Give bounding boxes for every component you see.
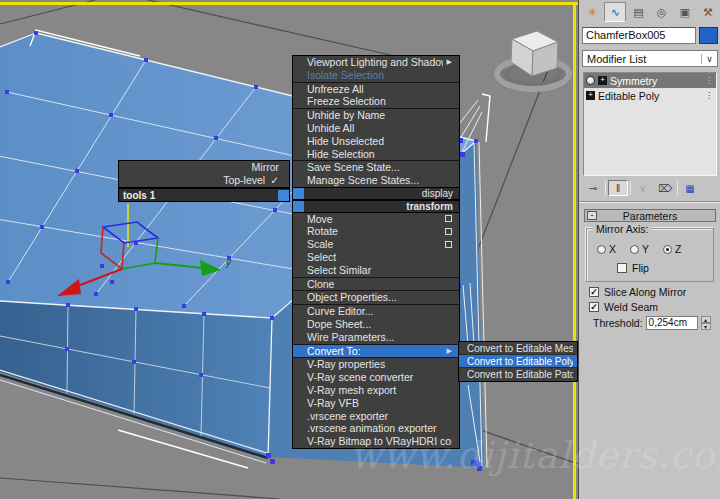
menu-item-curve-editor[interactable]: Curve Editor...	[293, 305, 459, 318]
modifier-list-dropdown[interactable]: Modifier List ∨	[582, 50, 718, 67]
menu-item-manage-scene-states[interactable]: Manage Scene States...	[293, 174, 459, 187]
expand-plus-icon[interactable]: +	[586, 91, 595, 100]
check-icon: ✓	[270, 174, 279, 187]
3dsmax-window: y Mirror Top-level ✓ tools 1	[0, 0, 720, 499]
modifier-onoff-bulb-icon[interactable]	[586, 76, 595, 85]
parameters-rollout-header[interactable]: - Parameters	[584, 209, 716, 222]
remove-modifier-button[interactable]: ⌦	[655, 180, 675, 196]
modifier-stack: + Symmetry ⋮ + Editable Poly ⋮	[583, 72, 717, 176]
configure-modifier-sets-button[interactable]: ▦	[680, 180, 700, 196]
menu-item-unhide-all[interactable]: Unhide All	[293, 122, 459, 135]
menu-item-wire-parameters[interactable]: Wire Parameters...	[293, 331, 459, 344]
hierarchy-tab-icon[interactable]: ▤	[627, 2, 649, 22]
weld-seam-checkbox[interactable]: ✓ Weld Seam	[589, 301, 658, 313]
gizmo-y-label: y	[225, 257, 232, 268]
menu-item-mirror[interactable]: Mirror	[119, 161, 289, 174]
menu-item-dope-sheet[interactable]: Dope Sheet...	[293, 318, 459, 331]
settings-box-icon[interactable]	[445, 228, 452, 235]
quad-corner-marker	[278, 190, 289, 201]
menu-item-vrscene-animation-exporter[interactable]: .vrscene animation exporter	[293, 422, 459, 435]
viewport-scene: y	[0, 0, 578, 499]
spinner-up-icon[interactable]: ▴	[701, 316, 711, 323]
pin-stack-button[interactable]: ⊸	[583, 180, 603, 196]
menu-item-select-similar[interactable]: Select Similar	[293, 264, 459, 277]
quad-corner-marker	[293, 201, 304, 212]
quad-menu-left: Mirror Top-level ✓	[118, 160, 290, 188]
menu-item-top-level[interactable]: Top-level ✓	[119, 174, 289, 187]
threshold-label: Threshold:	[593, 317, 643, 329]
chevron-down-icon: ∨	[701, 54, 717, 64]
axis-z-radio[interactable]: Z	[663, 243, 681, 255]
menu-item-clone[interactable]: Clone	[293, 278, 459, 291]
utilities-tab-icon[interactable]: ⚒	[697, 2, 719, 22]
quad-header-display: display	[293, 187, 459, 200]
menu-item-unhide-by-name[interactable]: Unhide by Name	[293, 109, 459, 122]
expand-plus-icon[interactable]: +	[598, 76, 607, 85]
menu-item-vray-properties[interactable]: V-Ray properties	[293, 358, 459, 371]
drag-dots-icon: ⋮	[705, 76, 714, 85]
active-viewport-border-right	[573, 2, 576, 499]
menu-item-hide-selection[interactable]: Hide Selection	[293, 148, 459, 161]
active-viewport-border-top	[0, 2, 578, 5]
menu-item-vray-vfb[interactable]: V-Ray VFB	[293, 397, 459, 410]
quad-menu-main: Viewport Lighting and Shadows ▶ Isolate …	[292, 55, 460, 449]
settings-box-icon[interactable]	[445, 215, 452, 222]
settings-box-icon[interactable]	[445, 241, 452, 248]
create-tab-icon[interactable]: ✳	[581, 2, 603, 22]
drag-dots-icon: ⋮	[705, 91, 714, 100]
command-panel: ✳ ∿ ▤ ◎ ▣ ⚒ ChamferBox005 Modifier List …	[578, 0, 720, 499]
axis-x-radio[interactable]: X	[597, 243, 616, 255]
menu-item-save-scene-state[interactable]: Save Scene State...	[293, 161, 459, 174]
quad-title-tools1: tools 1	[118, 188, 290, 202]
slice-along-mirror-checkbox[interactable]: ✓ Slice Along Mirror	[589, 286, 686, 298]
menu-item-viewport-lighting[interactable]: Viewport Lighting and Shadows ▶	[293, 56, 459, 69]
spinner-down-icon[interactable]: ▾	[701, 323, 711, 330]
submenu-item-convert-editable-mesh[interactable]: Convert to Editable Mesh	[459, 342, 577, 355]
modify-tab-icon[interactable]: ∿	[604, 2, 626, 22]
collapse-minus-icon[interactable]: -	[587, 211, 597, 220]
menu-item-vray-scene-converter[interactable]: V-Ray scene converter	[293, 371, 459, 384]
submenu-item-convert-editable-patch[interactable]: Convert to Editable Patch	[459, 368, 577, 381]
object-color-swatch[interactable]	[699, 27, 718, 44]
threshold-field[interactable]: 0,254cm	[646, 316, 698, 330]
quad-header-transform: transform	[293, 200, 459, 213]
submenu-item-convert-editable-poly[interactable]: Convert to Editable Poly	[459, 355, 577, 368]
menu-item-rotate[interactable]: Rotate	[293, 225, 459, 238]
view-cube[interactable]	[495, 31, 571, 92]
menu-item-unfreeze-all[interactable]: Unfreeze All	[293, 83, 459, 96]
threshold-spinner[interactable]: ▴ ▾	[701, 316, 711, 330]
menu-item-vray-bitmap-converter[interactable]: V-Ray Bitmap to VRayHDRI converter	[293, 435, 459, 448]
menu-item-isolate-selection[interactable]: Isolate Selection	[293, 69, 459, 82]
perspective-viewport[interactable]: y	[0, 0, 578, 499]
stack-item-editable-poly[interactable]: + Editable Poly ⋮	[584, 88, 716, 103]
submenu-arrow-icon: ▶	[447, 345, 452, 358]
panel-divider	[579, 201, 720, 203]
menu-item-vray-mesh-export[interactable]: V-Ray mesh export	[293, 384, 459, 397]
menu-item-convert-to[interactable]: Convert To: ▶	[293, 345, 459, 358]
object-name-field[interactable]: ChamferBox005	[582, 27, 696, 44]
menu-item-scale[interactable]: Scale	[293, 238, 459, 251]
convert-to-submenu: Convert to Editable Mesh Convert to Edit…	[458, 341, 578, 382]
menu-item-select[interactable]: Select	[293, 251, 459, 264]
menu-item-freeze-selection[interactable]: Freeze Selection	[293, 95, 459, 108]
display-tab-icon[interactable]: ▣	[674, 2, 696, 22]
menu-item-move[interactable]: Move	[293, 213, 459, 226]
submenu-arrow-icon: ▶	[447, 56, 452, 69]
quad-corner-marker	[293, 188, 304, 199]
menu-item-hide-unselected[interactable]: Hide Unselected	[293, 135, 459, 148]
mirror-axis-group: Mirror Axis: X Y Z Flip	[586, 228, 714, 282]
stack-item-symmetry[interactable]: + Symmetry ⋮	[584, 73, 716, 88]
axis-y-radio[interactable]: Y	[630, 243, 649, 255]
motion-tab-icon[interactable]: ◎	[651, 2, 673, 22]
menu-item-vrscene-exporter[interactable]: .vrscene exporter	[293, 410, 459, 423]
stack-toolbar: ⊸ ‖ ⋎ ⌦ ▦	[583, 179, 717, 197]
command-panel-tabs: ✳ ∿ ▤ ◎ ▣ ⚒	[581, 2, 719, 22]
show-end-result-button[interactable]: ‖	[608, 180, 628, 196]
make-unique-button[interactable]: ⋎	[633, 180, 653, 196]
flip-checkbox[interactable]: Flip	[617, 262, 649, 274]
menu-item-object-properties[interactable]: Object Properties...	[293, 291, 459, 304]
